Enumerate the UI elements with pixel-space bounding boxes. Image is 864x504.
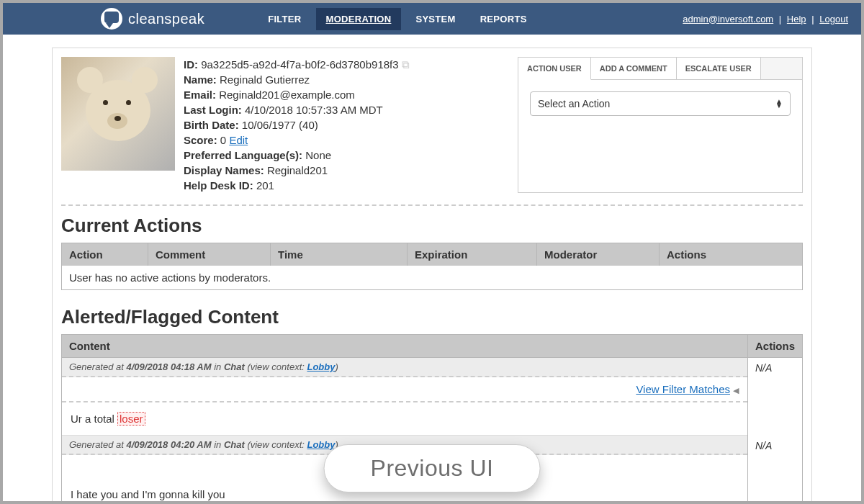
empty-actions-row: User has no active actions by moderators… — [62, 266, 803, 290]
current-actions-heading: Current Actions — [61, 215, 803, 237]
email-value: Reginald201@example.com — [219, 89, 355, 101]
flagged-heading: Alerted/Flagged Content — [61, 306, 803, 328]
id-label: ID: — [184, 58, 198, 71]
id-value: 9a3225d5-a92d-4f7a-b0f2-6d3780b918f3 — [201, 58, 398, 71]
context-link[interactable]: Lobby — [307, 361, 335, 372]
col-time: Time — [271, 243, 408, 266]
score-value: 0 — [220, 134, 226, 146]
logout-link[interactable]: Logout — [819, 14, 848, 24]
brand-text: cleanspeak — [128, 11, 204, 27]
email-label: Email: — [184, 89, 216, 101]
help-link[interactable]: Help — [787, 14, 806, 24]
profile-info: ID: 9a3225d5-a92d-4f7a-b0f2-6d3780b918f3… — [184, 57, 509, 193]
col-flag-actions: Actions — [747, 335, 802, 358]
col-moderator: Moderator — [537, 243, 660, 266]
lastlogin-value: 4/10/2018 10:57:33 AM MDT — [245, 104, 383, 116]
nav-reports[interactable]: REPORTS — [470, 8, 537, 30]
row-actions: N/A — [748, 436, 802, 504]
avatar — [61, 57, 175, 171]
current-actions-table: Action Comment Time Expiration Moderator… — [61, 243, 803, 290]
generated-bar: Generated at 4/09/2018 04:18 AM in Chat … — [62, 358, 747, 377]
account-link[interactable]: admin@inversoft.com — [683, 14, 773, 24]
col-actions: Actions — [660, 243, 803, 266]
vfm-row: View Filter Matches◀ — [62, 377, 747, 402]
display-label: Display Names: — [184, 164, 264, 176]
edit-score-link[interactable]: Edit — [229, 134, 248, 146]
table-row: Generated at 4/09/2018 04:18 AM in Chat … — [62, 358, 802, 436]
nav-filter[interactable]: FILTER — [258, 8, 311, 30]
helpdesk-label: Help Desk ID: — [184, 179, 253, 192]
select-arrows-icon: ▲▼ — [775, 99, 783, 108]
col-expiration: Expiration — [408, 243, 537, 266]
action-select-label: Select an Action — [538, 98, 610, 109]
flagged-word: loser — [117, 412, 145, 426]
nav-moderation[interactable]: MODERATION — [316, 8, 402, 30]
name-label: Name: — [184, 73, 217, 86]
copy-icon[interactable]: ⧉ — [402, 58, 410, 71]
col-comment: Comment — [148, 243, 271, 266]
message-text: Ur a total loser — [62, 402, 747, 436]
tab-add-comment[interactable]: ADD A COMMENT — [591, 58, 677, 80]
context-link[interactable]: Lobby — [307, 439, 335, 450]
action-select[interactable]: Select an Action ▲▼ — [530, 91, 791, 116]
name-value: Reginald Gutierrez — [220, 73, 310, 86]
col-content: Content — [62, 335, 748, 358]
lastlogin-label: Last Login: — [184, 104, 242, 116]
main-card: ID: 9a3225d5-a92d-4f7a-b0f2-6d3780b918f3… — [52, 48, 812, 504]
action-panel: ACTION USER ADD A COMMENT ESCALATE USER … — [518, 57, 803, 193]
lang-label: Preferred Language(s): — [184, 149, 302, 161]
logo-icon — [101, 8, 122, 30]
nav-items: FILTER MODERATION SYSTEM REPORTS — [258, 8, 536, 30]
nav-right: admin@inversoft.com | Help | Logout — [683, 14, 848, 24]
logo: cleanspeak — [101, 8, 204, 30]
row-actions: N/A — [748, 358, 802, 436]
flagged-table: Content Actions — [61, 334, 803, 358]
score-label: Score: — [184, 134, 217, 146]
triangle-icon: ◀ — [733, 386, 739, 395]
nav-system[interactable]: SYSTEM — [405, 8, 465, 30]
display-value: Reginald201 — [267, 164, 328, 176]
birth-label: Birth Date: — [184, 119, 239, 131]
tab-escalate-user[interactable]: ESCALATE USER — [677, 58, 761, 80]
tab-action-user[interactable]: ACTION USER — [518, 58, 591, 80]
previous-ui-overlay: Previous UI — [324, 444, 541, 492]
lang-value: None — [305, 149, 331, 161]
top-nav: cleanspeak FILTER MODERATION SYSTEM REPO… — [3, 3, 861, 35]
birth-value: 10/06/1977 (40) — [242, 119, 318, 131]
view-filter-matches-link[interactable]: View Filter Matches — [636, 383, 730, 395]
helpdesk-value: 201 — [256, 179, 274, 192]
col-action: Action — [62, 243, 148, 266]
